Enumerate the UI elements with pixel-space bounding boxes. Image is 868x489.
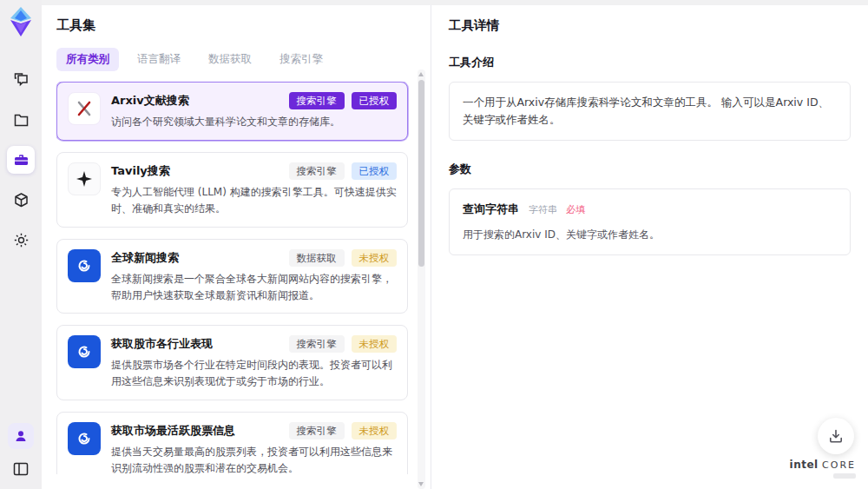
parameter-type: 字符串: [529, 204, 557, 215]
blue-swirl-icon: [68, 335, 101, 368]
arxiv-logo-icon: [68, 92, 101, 125]
parameter-header: 查询字符串 字符串 必填: [463, 201, 837, 219]
scrollbar-thumb[interactable]: [418, 80, 424, 267]
list-scrollbar[interactable]: [418, 69, 425, 489]
download-icon: [828, 428, 844, 444]
category-tag: 搜索引擎: [289, 335, 345, 353]
tool-name: Arxiv文献搜索: [111, 92, 189, 109]
tab-all-categories[interactable]: 所有类别: [56, 48, 119, 71]
tool-description: 提供当天交易量最高的股票列表，投资者可以利用这些信息来识别流动性强的股票和潜在的…: [111, 444, 397, 474]
app-logo: [8, 7, 34, 36]
tool-card-arxiv[interactable]: Arxiv文献搜索 搜索引擎 已授权 访问各个研究领域大量科学论文和文章的存储库…: [56, 82, 408, 141]
intro-heading: 工具介绍: [449, 55, 851, 70]
tool-card-global-news[interactable]: 全球新闻搜索 数据获取 未授权 全球新闻搜索是一个聚合全球各大新闻网站内容的搜索…: [56, 239, 408, 314]
status-badge: 已授权: [352, 162, 398, 180]
tool-list: Arxiv文献搜索 搜索引擎 已授权 访问各个研究领域大量科学论文和文章的存储库…: [56, 82, 431, 474]
page-title: 工具集: [56, 17, 431, 34]
scroll-down-arrow-icon[interactable]: [418, 482, 424, 486]
sidebar-item-settings[interactable]: [7, 226, 35, 254]
tool-name: 全球新闻搜索: [111, 249, 179, 266]
detail-title: 工具详情: [449, 17, 851, 34]
tool-description: 专为人工智能代理 (LLM) 构建的搜索引擎工具。可快速提供实时、准确和真实的结…: [111, 184, 397, 216]
sidebar-item-packages[interactable]: [7, 186, 35, 214]
category-tag: 搜索引擎: [289, 92, 345, 109]
parameter-box: 查询字符串 字符串 必填 用于搜索的Arxiv ID、关键字或作者姓名。: [449, 188, 851, 255]
parameter-name: 查询字符串: [463, 202, 519, 215]
brand-core-text: core: [822, 459, 856, 471]
blue-swirl-icon: [68, 422, 101, 455]
tool-intro-box: 一个用于从Arxiv存储库搜索科学论文和文章的工具。 输入可以是Arxiv ID…: [449, 82, 851, 141]
panel-toggle-icon[interactable]: [7, 458, 35, 480]
brand-sub-badge: [833, 473, 856, 479]
tavily-star-icon: [68, 162, 101, 195]
tool-name: 获取市场最活跃股票信息: [111, 422, 235, 439]
tool-name: Tavily搜索: [111, 162, 170, 179]
tool-description: 全球新闻搜索是一个聚合全球各大新闻网站内容的搜索引擎，帮助用户快速获取全球最新资…: [111, 271, 397, 303]
brand-intel-text: intel: [790, 459, 819, 471]
sidebar-item-tools[interactable]: [7, 146, 35, 174]
blue-swirl-icon: [68, 249, 101, 282]
params-heading: 参数: [449, 162, 851, 177]
tab-language-translation[interactable]: 语言翻译: [128, 48, 190, 71]
tool-name: 获取股市各行业表现: [111, 335, 213, 352]
download-button[interactable]: [818, 418, 854, 454]
category-tag: 搜索引擎: [289, 162, 345, 180]
category-tabs: 所有类别 语言翻译 数据获取 搜索引擎: [56, 48, 431, 71]
tool-card-tavily[interactable]: Tavily搜索 搜索引擎 已授权 专为人工智能代理 (LLM) 构建的搜索引擎…: [56, 152, 408, 228]
status-badge: 未授权: [352, 335, 398, 353]
tool-description: 访问各个研究领域大量科学论文和文章的存储库。: [111, 114, 397, 130]
tool-card-sector-performance[interactable]: 获取股市各行业表现 搜索引擎 未授权 提供股票市场各个行业在特定时间段内的表现。…: [56, 325, 408, 400]
main-content: 工具集 所有类别 语言翻译 数据获取 搜索引擎 Arxiv文献搜索: [42, 5, 868, 489]
tool-list-panel: 工具集 所有类别 语言翻译 数据获取 搜索引擎 Arxiv文献搜索: [42, 5, 431, 489]
scroll-up-arrow-icon[interactable]: [418, 72, 424, 76]
sidebar: [0, 0, 42, 489]
tab-data-acquisition[interactable]: 数据获取: [199, 48, 261, 71]
tool-intro-text: 一个用于从Arxiv存储库搜索科学论文和文章的工具。 输入可以是Arxiv ID…: [463, 96, 829, 126]
sidebar-item-chat[interactable]: [7, 66, 35, 94]
tab-search-engine[interactable]: 搜索引擎: [270, 48, 332, 71]
parameter-required-badge: 必填: [566, 204, 585, 215]
intel-core-logo: intel core: [790, 455, 856, 479]
tool-description: 提供股票市场各个行业在特定时间段内的表现。投资者可以利用这些信息来识别表现优于或…: [111, 357, 397, 389]
tool-card-most-active-stocks[interactable]: 获取市场最活跃股票信息 搜索引擎 未授权 提供当天交易量最高的股票列表，投资者可…: [56, 412, 408, 474]
sidebar-item-files[interactable]: [7, 106, 35, 134]
category-tag: 搜索引擎: [289, 422, 345, 439]
status-badge: 已授权: [352, 92, 398, 109]
status-badge: 未授权: [352, 249, 398, 267]
category-tag: 数据获取: [289, 249, 345, 267]
tool-detail-panel: 工具详情 工具介绍 一个用于从Arxiv存储库搜索科学论文和文章的工具。 输入可…: [431, 5, 868, 489]
user-avatar[interactable]: [8, 423, 34, 449]
status-badge: 未授权: [352, 422, 398, 439]
parameter-description: 用于搜索的Arxiv ID、关键字或作者姓名。: [463, 227, 837, 243]
